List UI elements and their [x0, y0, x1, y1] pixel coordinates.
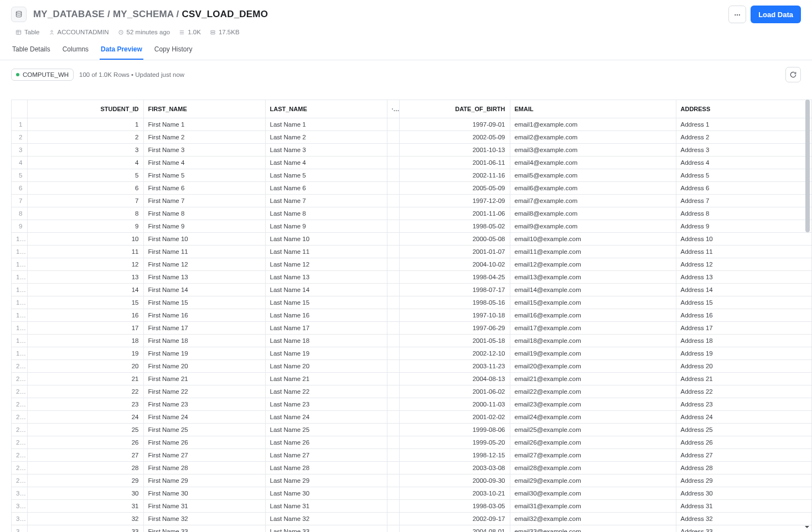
tabs: Table Details Columns Data Preview Copy … [0, 41, 812, 60]
user-icon [49, 29, 55, 35]
svg-rect-4 [211, 30, 215, 32]
svg-point-0 [16, 11, 21, 13]
meta-role: ACCOUNTADMIN [49, 29, 109, 35]
tab-table-details[interactable]: Table Details [11, 41, 51, 60]
dots-icon: ··· [735, 11, 741, 19]
svg-point-2 [50, 30, 52, 32]
breadcrumb: MY_DATABASE / MY_SCHEMA / CSV_LOAD_DEMO [33, 9, 268, 20]
meta-size-label: 17.5KB [219, 29, 240, 35]
clock-icon [118, 29, 124, 35]
tab-data-preview[interactable]: Data Preview [100, 41, 143, 60]
breadcrumb-sep: / [177, 9, 182, 19]
meta-age: 52 minutes ago [118, 29, 170, 35]
warehouse-selector[interactable]: COMPUTE_WH [11, 69, 74, 81]
meta-role-label: ACCOUNTADMIN [58, 29, 109, 35]
breadcrumb-db[interactable]: MY_DATABASE [33, 9, 105, 19]
meta-rows-label: 1.0K [188, 29, 201, 35]
svg-rect-5 [211, 32, 215, 34]
refresh-icon [789, 71, 797, 79]
meta-age-label: 52 minutes ago [127, 29, 170, 35]
svg-rect-1 [16, 30, 20, 34]
status-dot-icon [16, 73, 19, 76]
meta-type-label: Table [24, 29, 40, 35]
warehouse-name: COMPUTE_WH [23, 71, 69, 78]
breadcrumb-sep: / [107, 9, 113, 19]
meta-rows: 1.0K [179, 29, 201, 35]
table-icon [15, 29, 22, 35]
more-actions-button[interactable]: ··· [728, 6, 746, 23]
meta-type: Table [15, 29, 40, 35]
load-data-button[interactable]: Load Data [751, 6, 801, 23]
meta-size: 17.5KB [210, 29, 240, 35]
rows-status: 100 of 1.0K Rows • Updated just now [79, 71, 184, 78]
database-icon[interactable] [11, 7, 27, 22]
tab-columns[interactable]: Columns [61, 41, 90, 60]
storage-icon [210, 29, 216, 35]
tab-copy-history[interactable]: Copy History [153, 41, 194, 60]
breadcrumb-table: CSV_LOAD_DEMO [182, 9, 268, 19]
meta-row: Table ACCOUNTADMIN 52 minutes ago 1.0K 1… [0, 27, 812, 41]
rows-icon [179, 29, 185, 35]
refresh-button[interactable] [785, 67, 801, 82]
breadcrumb-schema[interactable]: MY_SCHEMA [113, 9, 174, 19]
